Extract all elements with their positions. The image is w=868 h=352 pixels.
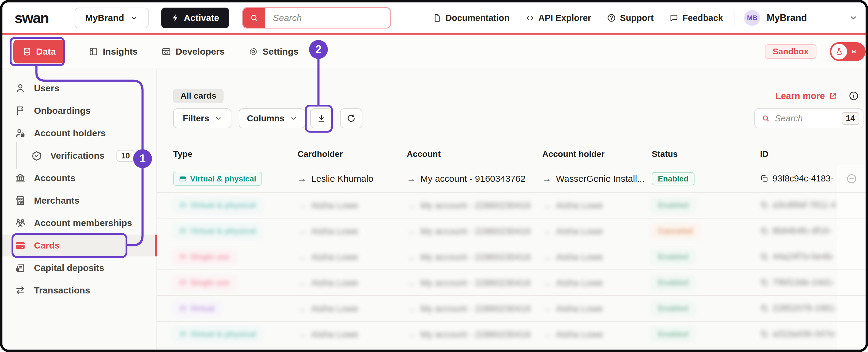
- account-link[interactable]: →My account - 22860230416: [407, 329, 531, 340]
- card-id[interactable]: a3cd6faf-7811-4: [760, 200, 836, 210]
- table-row[interactable]: Single use→Aisha Lowe→My account - 22860…: [157, 244, 866, 270]
- arrow-right-icon: →: [407, 200, 416, 211]
- table-row[interactable]: Virtual & physical→Leslie Khumalo→My acc…: [157, 165, 866, 193]
- table-search-input[interactable]: Search 14: [754, 108, 863, 128]
- account-link[interactable]: →My account - 9160343762: [407, 174, 526, 184]
- account-link[interactable]: →My account - 22860230416: [407, 278, 531, 288]
- table-row[interactable]: Virtual & physical→Aisha Lowe→My account…: [157, 322, 866, 347]
- project-selector[interactable]: MyBrand: [74, 7, 149, 28]
- tab-data[interactable]: Data: [13, 40, 65, 63]
- sidebar-item-capital-deposits[interactable]: Capital deposits: [2, 257, 156, 279]
- card-icon: [179, 279, 187, 287]
- environment-toggle[interactable]: [830, 42, 866, 61]
- status-badge: Enabled: [652, 199, 694, 212]
- sidebar-item-transactions[interactable]: Transactions: [2, 280, 156, 301]
- arrow-right-icon: →: [298, 200, 307, 211]
- card-id[interactable]: 8b84b4fc-df16-: [760, 226, 832, 236]
- sidebar-item-verifications[interactable]: Verifications 10: [2, 145, 156, 167]
- status-badge: Canceled: [652, 225, 699, 238]
- account-link[interactable]: →My account - 22860230416: [407, 226, 531, 236]
- tab-insights[interactable]: Insights: [89, 47, 138, 57]
- account-link[interactable]: →My account - 22860230416: [407, 303, 531, 314]
- card-type-badge: Virtual & physical: [173, 199, 262, 212]
- card-id[interactable]: 44a24f7e-be4b-: [760, 252, 835, 262]
- file-icon: [432, 13, 442, 23]
- copy-icon: [760, 253, 769, 261]
- project-selector-label: MyBrand: [85, 13, 124, 23]
- sidebar-item-account-holders[interactable]: Account holders: [2, 122, 156, 144]
- search-count-badge: 14: [842, 112, 859, 125]
- cardholder-link[interactable]: →Aisha Lowe: [298, 200, 358, 211]
- learn-more-link[interactable]: Learn more: [775, 91, 837, 101]
- arrow-right-icon: →: [407, 174, 416, 184]
- copy-icon: [760, 278, 769, 287]
- card-id[interactable]: 22852078-1981-: [760, 303, 837, 313]
- user-briefcase-icon: [14, 127, 26, 139]
- table-row[interactable]: Single use→Aisha Lowe→My account - 22860…: [157, 270, 866, 296]
- sidebar-item-account-memberships[interactable]: Account memberships: [2, 212, 156, 234]
- account-holder-link[interactable]: →Aisha Lowe: [542, 278, 603, 288]
- card-icon: [179, 227, 187, 235]
- table-row[interactable]: Virtual & physical→Aisha Lowe→My account…: [157, 218, 866, 244]
- status-badge: Enabled: [652, 250, 694, 264]
- account-holder-link[interactable]: →Aisha Lowe: [542, 252, 603, 262]
- card-type-badge: Virtual: [173, 302, 220, 316]
- transfer-icon: [14, 285, 26, 296]
- sidebar: Users Onboardings Account holders Verifi…: [2, 69, 157, 350]
- cardholder-link[interactable]: →Aisha Lowe: [298, 329, 358, 340]
- account-holder-link[interactable]: →Aisha Lowe: [542, 329, 603, 340]
- columns-button[interactable]: Columns: [239, 108, 305, 128]
- account-menu[interactable]: MB MyBrand: [744, 10, 866, 26]
- sidebar-item-onboardings[interactable]: Onboardings: [2, 100, 156, 122]
- arrow-right-icon: →: [298, 252, 307, 262]
- account-holder-link[interactable]: →WasserGenie Install...: [542, 174, 645, 184]
- cardholder-link[interactable]: →Aisha Lowe: [298, 278, 358, 288]
- top-bar: swan MyBrand Activate Search Documentati…: [2, 2, 866, 33]
- status-badge: Enabled: [652, 172, 694, 185]
- cardholder-link[interactable]: →Leslie Khumalo: [298, 174, 373, 184]
- card-id[interactable]: 93f8c94c-4183-: [760, 174, 834, 183]
- refresh-button[interactable]: [340, 108, 363, 128]
- api-explorer-link[interactable]: API Explorer: [525, 13, 591, 23]
- gear-icon: [248, 47, 258, 56]
- chevron-down-icon: [849, 13, 858, 22]
- top-links: Documentation API Explorer Support Feedb…: [432, 13, 723, 23]
- download-button[interactable]: [310, 108, 333, 128]
- sidebar-item-accounts[interactable]: Accounts: [2, 167, 156, 189]
- support-link[interactable]: Support: [607, 13, 654, 23]
- chevron-down-icon: [290, 115, 297, 122]
- account-holder-link[interactable]: →Aisha Lowe: [542, 200, 603, 211]
- refresh-icon: [346, 114, 356, 123]
- card-id[interactable]: 79bf13de-24d1-: [760, 277, 835, 287]
- sidebar-item-merchants[interactable]: Merchants: [2, 189, 156, 211]
- activate-button[interactable]: Activate: [161, 7, 229, 28]
- global-search-placeholder: Search: [265, 8, 390, 28]
- copy-icon: [760, 304, 769, 313]
- minus-circle-icon[interactable]: [846, 173, 857, 184]
- sidebar-item-cards[interactable]: Cards: [2, 235, 156, 256]
- filters-button[interactable]: Filters: [173, 108, 231, 128]
- account-holder-link[interactable]: →Aisha Lowe: [542, 303, 603, 314]
- account-link[interactable]: →My account - 22860230416: [407, 252, 531, 262]
- arrow-right-icon: →: [407, 226, 416, 236]
- info-icon[interactable]: [848, 91, 859, 101]
- tab-developers[interactable]: Developers: [161, 47, 225, 57]
- global-search[interactable]: Search: [242, 7, 391, 29]
- cardholder-link[interactable]: →Aisha Lowe: [298, 252, 358, 262]
- cardholder-link[interactable]: →Aisha Lowe: [298, 226, 358, 236]
- account-holder-link[interactable]: →Aisha Lowe: [542, 226, 603, 236]
- user-icon: [14, 83, 26, 94]
- table-row[interactable]: Virtual & physical→Aisha Lowe→My account…: [157, 193, 866, 218]
- feedback-link[interactable]: Feedback: [669, 13, 723, 23]
- account-link[interactable]: →My account - 22860230416: [407, 200, 531, 211]
- column-header-account-holder: Account holder: [542, 149, 652, 159]
- table-row[interactable]: Virtual→Aisha Lowe→My account - 22860230…: [157, 296, 866, 322]
- cardholder-link[interactable]: →Aisha Lowe: [298, 303, 358, 314]
- card-id[interactable]: a310a436-347e-: [760, 329, 837, 339]
- tab-all-cards[interactable]: All cards: [173, 89, 223, 103]
- card-icon: [179, 253, 187, 261]
- sidebar-item-users[interactable]: Users: [2, 78, 156, 99]
- arrow-right-icon: →: [407, 329, 416, 340]
- tab-settings[interactable]: Settings: [248, 47, 299, 57]
- documentation-link[interactable]: Documentation: [432, 13, 509, 23]
